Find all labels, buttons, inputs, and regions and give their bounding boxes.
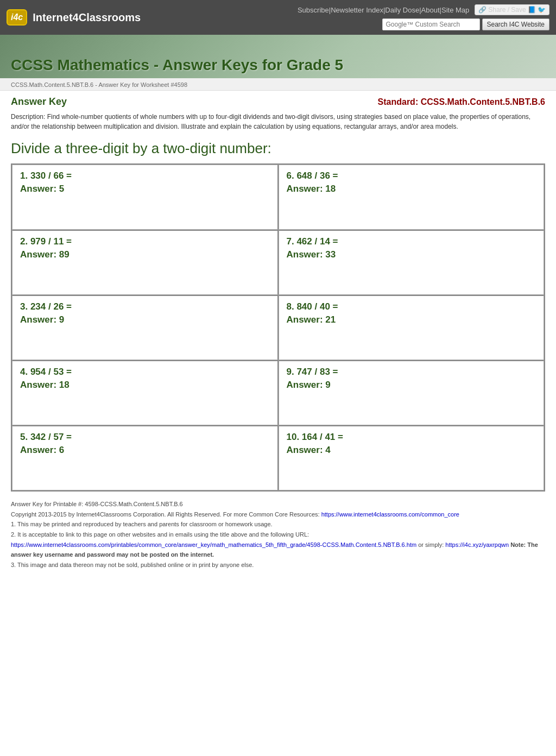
problem-1-text: 1. 330 / 66 = (20, 171, 270, 181)
answer-10-text: Answer: 4 (287, 445, 536, 456)
answer-5-text: Answer: 6 (20, 445, 270, 456)
answer-9-text: Answer: 9 (287, 380, 536, 390)
problem-9-text: 9. 747 / 83 = (287, 367, 536, 377)
logo-text: i4c (11, 12, 23, 22)
footer-url-short-prefix: or simply: (418, 541, 444, 548)
footer-url-long: https://www.internet4classrooms.com/prin… (11, 540, 545, 560)
search-area: Search I4C Website (382, 18, 550, 30)
footer-url-short-link[interactable]: https://i4c.xyz/yaxrpqwn (445, 541, 509, 548)
problem-cell-6: 6. 648 / 36 = Answer: 18 (279, 165, 545, 230)
logo-area: i4c Internet4Classrooms (7, 9, 141, 26)
problem-row-2: 2. 979 / 11 = Answer: 89 7. 462 / 14 = A… (12, 230, 544, 295)
footer-line-1: Answer Key for Printable #: 4598-CCSS.Ma… (11, 499, 545, 509)
problem-3-text: 3. 234 / 26 = (20, 301, 270, 312)
footer-notes: Answer Key for Printable #: 4598-CCSS.Ma… (11, 499, 545, 570)
nav-area: Subscribe | Newsletter Index | Daily Dos… (298, 4, 549, 30)
share-save-button[interactable]: 🔗 Share / Save 📘 🐦 (475, 4, 549, 15)
problem-cell-5: 5. 342 / 57 = Answer: 6 (12, 425, 279, 490)
footer-note-1: 1. This may be printed and reproduced by… (11, 519, 545, 530)
site-title: Internet4Classrooms (33, 11, 141, 24)
nav-site-map[interactable]: Site Map (441, 6, 469, 14)
problem-4-text: 4. 954 / 53 = (20, 367, 270, 377)
answer-3-text: Answer: 9 (20, 314, 270, 325)
nav-subscribe[interactable]: Subscribe (298, 6, 329, 14)
footer-copyright: Copyright 2013-2015 by Internet4Classroo… (11, 511, 320, 518)
nav-newsletter-index[interactable]: Newsletter Index (331, 6, 383, 14)
main-content: Answer Key Standard: CCSS.Math.Content.5… (0, 91, 556, 578)
answer-key-header: Answer Key Standard: CCSS.Math.Content.5… (11, 96, 545, 108)
footer-line-2: Copyright 2013-2015 by Internet4Classroo… (11, 509, 545, 520)
share-label: Share / Save (488, 6, 526, 14)
problem-cell-3: 3. 234 / 26 = Answer: 9 (12, 295, 279, 360)
page-title: CCSS Mathematics - Answer Keys for Grade… (11, 56, 343, 74)
problem-row-5: 5. 342 / 57 = Answer: 6 10. 164 / 41 = A… (12, 425, 544, 490)
problem-row-1: 1. 330 / 66 = Answer: 5 6. 648 / 36 = An… (12, 165, 544, 230)
problems-grid: 1. 330 / 66 = Answer: 5 6. 648 / 36 = An… (11, 163, 545, 492)
answer-8-text: Answer: 21 (287, 314, 536, 325)
nav-daily-dose[interactable]: Daily Dose (385, 6, 419, 14)
section-heading: Divide a three-digit by a two-digit numb… (11, 140, 545, 157)
description-text: Description: Find whole-number quotients… (11, 112, 545, 131)
problem-cell-9: 9. 747 / 83 = Answer: 9 (279, 360, 545, 425)
search-button[interactable]: Search I4C Website (482, 18, 550, 30)
problem-cell-2: 2. 979 / 11 = Answer: 89 (12, 230, 279, 295)
answer-7-text: Answer: 33 (287, 249, 536, 260)
problem-2-text: 2. 979 / 11 = (20, 236, 270, 247)
answer-6-text: Answer: 18 (287, 184, 536, 194)
problem-cell-8: 8. 840 / 40 = Answer: 21 (279, 295, 545, 360)
nav-about[interactable]: About (421, 6, 440, 14)
problem-cell-7: 7. 462 / 14 = Answer: 33 (279, 230, 545, 295)
problem-10-text: 10. 164 / 41 = (287, 432, 536, 443)
problem-cell-1: 1. 330 / 66 = Answer: 5 (12, 165, 279, 230)
breadcrumb: CCSS.Math.Content.5.NBT.B.6 - Answer Key… (11, 81, 187, 88)
problem-cell-4: 4. 954 / 53 = Answer: 18 (12, 360, 279, 425)
footer-note-2: 2. It is acceptable to link to this page… (11, 530, 545, 540)
answer-1-text: Answer: 5 (20, 184, 270, 194)
share-icon: 🔗 (478, 6, 486, 14)
share-social-icons: 📘 🐦 (528, 6, 546, 14)
footer-url-long-link[interactable]: https://www.internet4classrooms.com/prin… (11, 541, 416, 548)
problem-6-text: 6. 648 / 36 = (287, 171, 536, 181)
standard-label: Standard: CCSS.Math.Content.5.NBT.B.6 (378, 97, 545, 107)
page-banner: CCSS Mathematics - Answer Keys for Grade… (0, 35, 556, 78)
answer-key-label: Answer Key (11, 96, 67, 108)
footer-common-core-link[interactable]: https://www.internet4classrooms.com/comm… (321, 511, 459, 518)
footer-note-3: 3. This image and data thereon may not b… (11, 560, 545, 570)
answer-4-text: Answer: 18 (20, 380, 270, 390)
problem-8-text: 8. 840 / 40 = (287, 301, 536, 312)
problem-row-3: 3. 234 / 26 = Answer: 9 8. 840 / 40 = An… (12, 295, 544, 360)
problem-5-text: 5. 342 / 57 = (20, 432, 270, 443)
site-header: i4c Internet4Classrooms Subscribe | News… (0, 0, 556, 35)
logo-box: i4c (7, 9, 27, 26)
problem-cell-10: 10. 164 / 41 = Answer: 4 (279, 425, 545, 490)
problem-row-4: 4. 954 / 53 = Answer: 18 9. 747 / 83 = A… (12, 360, 544, 425)
breadcrumb-bar: CCSS.Math.Content.5.NBT.B.6 - Answer Key… (0, 78, 556, 91)
answer-2-text: Answer: 89 (20, 249, 270, 260)
search-input[interactable] (382, 18, 480, 30)
problem-7-text: 7. 462 / 14 = (287, 236, 536, 247)
nav-links: Subscribe | Newsletter Index | Daily Dos… (298, 4, 549, 15)
